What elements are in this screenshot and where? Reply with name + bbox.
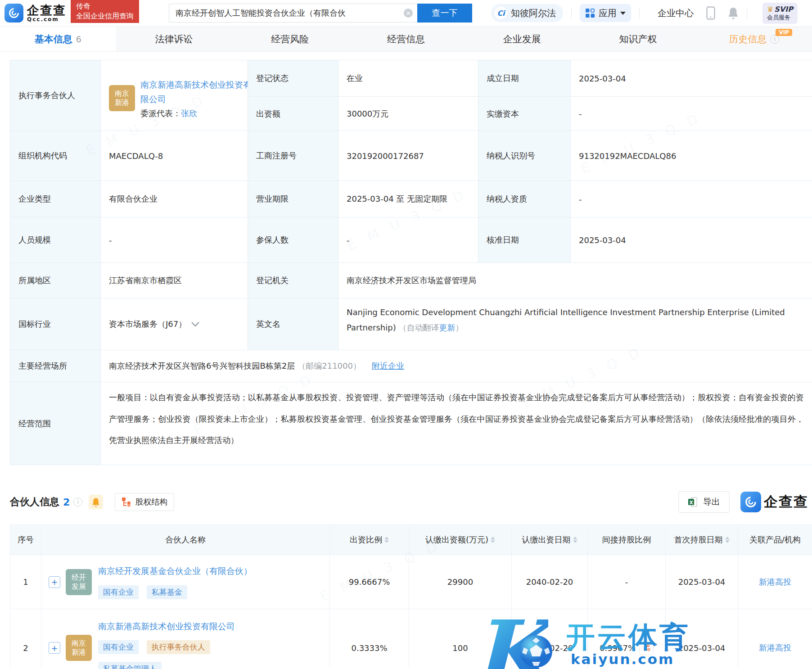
field-label: 企业类型 — [10, 181, 100, 217]
field-value: 2025-03-04 至 无固定期限 — [338, 181, 478, 217]
company-avatar[interactable]: 南京 新港 — [109, 85, 135, 111]
search-wrap: ✕ — [169, 4, 417, 23]
mobile-app-icon[interactable] — [706, 6, 715, 20]
chevron-down-icon[interactable] — [191, 321, 200, 327]
search-button[interactable]: 查一下 — [417, 4, 472, 23]
partners-table: 序号 合伙人名称 出资比例 认缴出资额(万元) 认缴出资日期 间接持股比例 首次… — [10, 524, 812, 669]
field-label: 纳税人识别号 — [478, 131, 570, 181]
col-header-amount[interactable]: 认缴出资额(万元) — [409, 525, 511, 555]
company-avatar[interactable]: 南京 新港 — [66, 635, 92, 661]
partner-name-link[interactable]: 南京新港高新技术创业投资有限公司 — [98, 620, 235, 633]
company-avatar[interactable]: 经开 发展 — [66, 569, 92, 595]
partners-bell-icon[interactable] — [89, 495, 103, 509]
related-cell: 新港高投 — [738, 555, 812, 609]
translate-update-link[interactable]: 更新 — [439, 323, 455, 332]
company-tag[interactable]: 国有企业 — [98, 585, 139, 599]
svip-member-button[interactable]: ♛SVIP 会员服务 — [762, 3, 798, 24]
sort-icon[interactable] — [573, 537, 577, 543]
col-header-first-date[interactable]: 首次持股日期 — [666, 525, 738, 555]
col-header-sub-date[interactable]: 认缴出资日期 — [512, 525, 587, 555]
tab-label: 知识产权 — [619, 33, 657, 45]
expand-row-button[interactable]: + — [49, 576, 60, 588]
qcc-logo-icon[interactable] — [5, 4, 23, 23]
expand-row-button[interactable]: + — [49, 642, 60, 654]
sort-icon[interactable] — [725, 537, 730, 543]
auto-translate-note: ） — [455, 323, 463, 332]
partner-name-link[interactable]: 南京经开发展基金合伙企业（有限合伙） — [98, 565, 252, 578]
apps-label: 应用 — [599, 7, 617, 19]
field-label: 所属地区 — [10, 263, 100, 298]
svg-text:X: X — [689, 500, 693, 505]
company-tag[interactable]: 国有企业 — [98, 640, 139, 654]
field-value: 91320192MAECDALQ86 — [571, 131, 812, 181]
field-value: 30000万元 — [338, 97, 478, 131]
search-input[interactable] — [169, 4, 417, 23]
company-tag[interactable]: 私募基金管理人 — [98, 662, 162, 669]
header-divider — [747, 7, 747, 19]
rep-name-link[interactable]: 张欣 — [181, 108, 197, 118]
field-value: 2025-03-04 — [571, 60, 812, 96]
search-clear-icon[interactable]: ✕ — [404, 9, 413, 18]
tab-basic-info[interactable]: 基本信息 6 — [0, 27, 116, 51]
exec-partner-company-link[interactable]: 南京新港高新技术创业投资有限公司 — [140, 77, 254, 107]
field-label: 登记机关 — [248, 263, 338, 298]
slogan-line2: 全国企业信用查询 — [76, 11, 134, 21]
exec-partner-cell: 南京 新港 南京新港高新技术创业投资有限公司 委派代表：张欣 — [101, 60, 248, 131]
company-tag[interactable]: 私募基金 — [147, 585, 187, 599]
col-header-ratio[interactable]: 出资比例 — [330, 525, 409, 555]
svip-crown-icon: ♛ — [767, 5, 773, 14]
qcc-spiral-icon — [8, 7, 20, 19]
tab-ip[interactable]: 知识产权 — [580, 27, 696, 51]
export-button[interactable]: X 导出 — [678, 491, 730, 513]
ratio-value: 0.3333% — [330, 609, 409, 669]
partners-count: 2 — [63, 497, 70, 508]
field-value: MAECDALQ-8 — [101, 131, 248, 181]
field-label: 主要经营场所 — [10, 350, 100, 382]
rep-label: 委派代表： — [140, 108, 181, 118]
apps-menu-button[interactable]: 应用 — [580, 4, 631, 22]
field-label: 核准日期 — [478, 217, 570, 262]
field-label: 执行事务合伙人 — [10, 60, 100, 131]
field-value: 在业 — [338, 60, 478, 96]
field-label: 成立日期 — [478, 60, 570, 96]
avatar-text: 经开 — [72, 573, 86, 582]
col-label: 出资比例 — [350, 534, 382, 545]
tab-label: 经营风险 — [271, 33, 309, 45]
tab-operation-info[interactable]: 经营信息 — [348, 27, 464, 51]
field-label: 国标行业 — [10, 298, 100, 350]
field-value: - — [101, 217, 248, 262]
tab-label: 历史信息 — [729, 33, 767, 45]
tab-operation-risk[interactable]: 经营风险 — [232, 27, 348, 51]
equity-structure-label: 股权结构 — [135, 497, 167, 507]
equity-structure-button[interactable]: 股权结构 — [115, 493, 174, 511]
partners-info-icon[interactable]: i — [73, 497, 82, 506]
sort-icon[interactable] — [491, 537, 495, 543]
related-product-link[interactable]: 新港高投 — [759, 642, 791, 653]
brand-text[interactable]: 企查查 Qcc.com — [27, 4, 66, 23]
col-label: 首次持股日期 — [674, 534, 723, 545]
equity-penetration-icon[interactable] — [639, 641, 654, 655]
field-label: 纳税人资质 — [478, 181, 570, 217]
sub-date-value: 2040-02-20 — [512, 609, 587, 669]
export-label: 导出 — [703, 496, 720, 508]
sort-icon[interactable] — [384, 537, 389, 543]
zhibi-alpha-button[interactable]: Ci 知彼阿尔法 — [491, 4, 563, 22]
site-slogan-badge: 传奇 全国企业信用查询 — [71, 0, 139, 23]
apps-caret-icon — [620, 12, 626, 15]
notification-bell-icon[interactable] — [728, 7, 739, 19]
tab-development[interactable]: 企业发展 — [464, 27, 580, 51]
tab-history[interactable]: 历史信息 VIP i — [696, 27, 812, 51]
company-tag[interactable]: 执行事务合伙人 — [147, 640, 210, 654]
avatar-text: 新港 — [115, 98, 129, 107]
field-value: 资本市场服务（J67） — [109, 319, 186, 330]
industry-value-cell: 资本市场服务（J67） — [101, 298, 248, 350]
sub-date-value: 2040-02-20 — [512, 555, 587, 609]
zip-code: （邮编211000） — [298, 361, 361, 371]
related-product-link[interactable]: 新港高投 — [759, 577, 791, 588]
partner-row: + 南京 新港 南京新港高新技术创业投资有限公司 国有企业 执行事务合伙人 私募… — [41, 609, 329, 669]
tab-legal[interactable]: 法律诉讼 — [116, 27, 232, 51]
indirect-value: - — [588, 555, 665, 609]
enterprise-center-link[interactable]: 企业中心 — [658, 7, 694, 19]
nearby-companies-link[interactable]: 附近企业 — [372, 361, 404, 371]
vip-badge: VIP — [776, 29, 792, 36]
